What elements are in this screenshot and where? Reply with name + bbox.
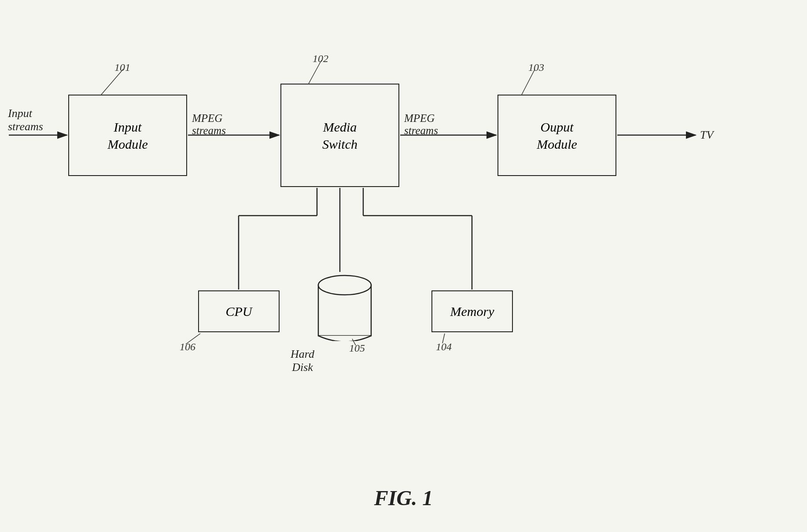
cpu-box: CPU xyxy=(198,290,280,332)
ref-105: 105 xyxy=(349,342,365,354)
hard-disk-label: HardDisk xyxy=(291,348,314,374)
cpu-label: CPU xyxy=(226,303,252,320)
ref-103: 103 xyxy=(528,62,544,73)
memory-label: Memory xyxy=(450,303,494,320)
figure-caption: FIG. 1 xyxy=(374,486,433,510)
input-module-label: InputModule xyxy=(107,118,148,153)
mpeg-streams-2-label: MPEGstreams xyxy=(404,112,438,137)
media-switch-box: MediaSwitch xyxy=(280,84,399,187)
ref-106: 106 xyxy=(180,341,195,353)
memory-box: Memory xyxy=(431,290,513,332)
svg-point-14 xyxy=(318,275,371,295)
ref-101: 101 xyxy=(114,62,130,73)
input-streams-label: Inputstreams xyxy=(8,107,43,133)
tv-label: TV xyxy=(700,128,713,142)
hard-disk-shape xyxy=(316,273,373,339)
output-module-label: OuputModule xyxy=(537,118,577,153)
ref-102: 102 xyxy=(313,53,328,65)
diagram-arrows xyxy=(0,26,807,422)
ref-104: 104 xyxy=(436,341,452,353)
input-module-box: InputModule xyxy=(68,95,187,176)
mpeg-streams-1-label: MPEGstreams xyxy=(192,112,226,137)
media-switch-label: MediaSwitch xyxy=(322,118,357,153)
diagram-container: InputModule MediaSwitch OuputModule CPU … xyxy=(0,26,807,422)
output-module-box: OuputModule xyxy=(497,95,616,176)
